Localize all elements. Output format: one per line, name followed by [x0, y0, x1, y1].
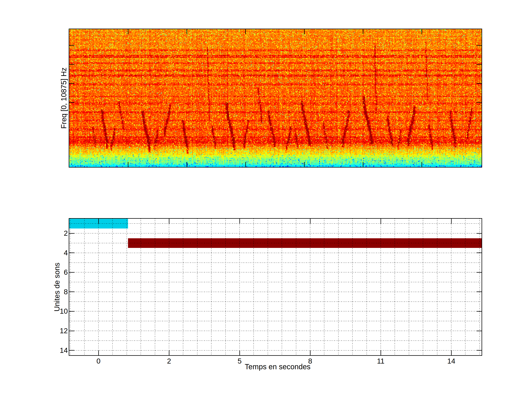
gridline-horizontal: [69, 331, 481, 331]
gridline-horizontal: [69, 311, 481, 311]
y-tick-label: 10: [42, 307, 68, 316]
figure: Freq [0, 10875] Hz Unites de sons Temps …: [0, 0, 532, 399]
gridline-vertical: [140, 219, 141, 355]
axis-tick-mark: [69, 253, 74, 253]
gridline-horizontal: [69, 282, 481, 282]
axis-tick-mark: [98, 219, 99, 224]
axis-tick-mark: [380, 219, 381, 224]
x-tick-label: 14: [433, 357, 470, 366]
y-tick-label: 14: [42, 346, 68, 355]
bar-plot-frame: [69, 218, 482, 356]
axis-tick-mark: [310, 350, 310, 355]
gridline-vertical: [225, 219, 226, 355]
y-tick-label: 4: [42, 248, 68, 257]
gridline-vertical: [197, 219, 197, 355]
gridline-vertical: [84, 219, 85, 355]
gridline-horizontal: [69, 350, 481, 351]
axis-tick-mark: [69, 311, 74, 312]
gridline-vertical: [437, 219, 437, 355]
spectrogram-heatmap-canvas: [69, 29, 481, 167]
gridline-horizontal: [69, 321, 481, 321]
axis-tick-mark: [477, 272, 481, 273]
gridline-vertical: [112, 219, 113, 355]
gridline-horizontal: [69, 292, 481, 292]
gridline-vertical: [127, 219, 127, 355]
axis-tick-mark: [451, 350, 452, 355]
gridline-horizontal: [69, 262, 481, 263]
gridline-horizontal: [69, 233, 481, 234]
axis-tick-mark: [169, 350, 169, 355]
spectrogram-plot-frame: [69, 29, 482, 168]
gridline-horizontal: [69, 272, 481, 272]
gridline-vertical: [395, 219, 395, 355]
x-tick-label: 0: [80, 357, 117, 366]
axis-tick-mark: [451, 219, 452, 224]
gridline-vertical: [409, 219, 409, 355]
gridline-vertical: [380, 219, 381, 355]
axis-tick-mark: [477, 350, 481, 351]
gridline-vertical: [367, 219, 367, 355]
gridline-vertical: [169, 219, 169, 355]
gridline-vertical: [155, 219, 155, 355]
axis-tick-mark: [477, 291, 481, 292]
gridline-vertical: [98, 219, 99, 355]
gridline-vertical: [183, 219, 183, 355]
gridline-horizontal: [69, 243, 481, 243]
axis-tick-mark: [477, 233, 481, 234]
gridline-vertical: [451, 219, 451, 355]
gridline-vertical: [211, 219, 211, 355]
axis-tick-mark: [477, 253, 481, 253]
axis-tick-mark: [69, 331, 74, 331]
axis-tick-mark: [98, 350, 99, 355]
gridline-vertical: [268, 219, 268, 355]
gridline-vertical: [324, 219, 324, 355]
gridline-horizontal: [69, 301, 481, 302]
y-tick-label: 8: [42, 287, 68, 296]
gridline-vertical: [296, 219, 296, 355]
gridline-vertical: [282, 219, 282, 355]
y-tick-label: 2: [42, 229, 68, 238]
axis-tick-mark: [169, 219, 169, 224]
gridline-vertical: [479, 219, 480, 355]
axis-tick-mark: [477, 311, 481, 312]
gridline-vertical: [338, 219, 339, 355]
gridline-vertical: [70, 219, 70, 355]
gridline-horizontal: [69, 341, 481, 341]
x-tick-label: 8: [292, 357, 329, 366]
x-tick-label: 11: [362, 357, 399, 366]
x-tick-label: 2: [151, 357, 188, 366]
gridline-vertical: [352, 219, 353, 355]
y-tick-label: 12: [42, 326, 68, 335]
spectrogram-y-axis-label: Freq [0, 10875] Hz: [59, 15, 68, 181]
axis-tick-mark: [69, 233, 74, 234]
gridline-horizontal: [69, 253, 481, 253]
x-tick-label: 5: [221, 357, 258, 366]
gridline-vertical: [423, 219, 423, 355]
gridline-horizontal: [69, 223, 481, 224]
gridline-vertical: [465, 219, 466, 355]
gridline-vertical: [310, 219, 310, 355]
axis-tick-mark: [69, 350, 74, 351]
y-tick-label: 6: [42, 268, 68, 277]
axis-tick-mark: [69, 272, 74, 273]
axis-tick-mark: [310, 219, 310, 224]
axis-tick-mark: [477, 331, 481, 331]
bar-x-axis-label: Temps en secondes: [195, 362, 361, 371]
axis-tick-mark: [69, 291, 74, 292]
axis-tick-mark: [239, 219, 240, 224]
axis-tick-mark: [239, 350, 240, 355]
axis-tick-mark: [380, 350, 381, 355]
gridline-vertical: [253, 219, 254, 355]
gridline-vertical: [239, 219, 240, 355]
